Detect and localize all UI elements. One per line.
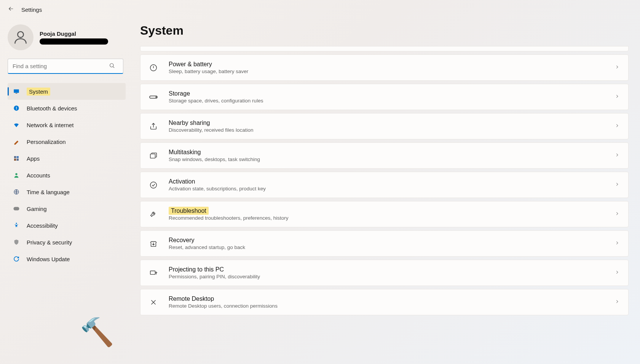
tile-description: Sleep, battery usage, battery saver: [169, 69, 604, 74]
recovery-icon: [149, 239, 158, 248]
svg-rect-7: [14, 159, 16, 161]
sidebar-item-label: Privacy & security: [27, 239, 72, 246]
wrench-icon: [149, 210, 158, 219]
brush-icon: [13, 138, 20, 145]
sidebar: Pooja Duggal SystemBluetooth & devicesNe…: [0, 19, 129, 364]
tile-title: Nearby sharing: [169, 120, 604, 126]
sidebar-item-label: Network & internet: [27, 122, 73, 128]
sidebar-item-apps[interactable]: Apps: [8, 150, 126, 167]
sidebar-item-bluetooth-devices[interactable]: Bluetooth & devices: [8, 100, 126, 117]
svg-rect-2: [14, 89, 19, 93]
power-icon: [149, 63, 158, 72]
chevron-right-icon: [614, 211, 620, 218]
tile-text: ActivationActivation state, subscription…: [169, 178, 604, 192]
sidebar-item-network-internet[interactable]: Network & internet: [8, 117, 126, 133]
tile-troubleshoot[interactable]: TroubleshootRecommended troubleshooters,…: [140, 201, 629, 227]
tile-text: StorageStorage space, drives, configurat…: [169, 90, 604, 104]
project-icon: [149, 268, 158, 278]
window-title: Settings: [21, 6, 42, 13]
shield-icon: [13, 239, 20, 246]
sidebar-item-gaming[interactable]: Gaming: [8, 200, 126, 217]
sidebar-item-system[interactable]: System: [8, 83, 126, 100]
svg-rect-11: [14, 207, 19, 211]
apps-icon: [13, 155, 20, 162]
multitask-icon: [149, 151, 158, 160]
tile-title: Activation: [169, 178, 604, 185]
tile-title: Remote Desktop: [169, 295, 604, 302]
chevron-right-icon: [614, 152, 620, 159]
sidebar-item-label: Bluetooth & devices: [27, 105, 77, 112]
svg-point-0: [18, 32, 23, 37]
chevron-right-icon: [614, 94, 620, 101]
tile-text: Nearby sharingDiscoverability, received …: [169, 120, 604, 133]
tile-projecting-to-this-pc[interactable]: Projecting to this PCPermissions, pairin…: [140, 260, 629, 286]
tile-text: Power & batterySleep, battery usage, bat…: [169, 61, 604, 74]
tile-description: Remote Desktop users, connection permiss…: [169, 303, 604, 309]
sidebar-item-accessibility[interactable]: Accessibility: [8, 217, 126, 234]
svg-point-4: [14, 105, 19, 110]
gamepad-icon: [13, 205, 20, 212]
chevron-right-icon: [614, 123, 620, 130]
chevron-right-icon: [614, 299, 620, 306]
storage-icon: [149, 93, 158, 102]
svg-point-17: [150, 182, 157, 188]
sidebar-item-personalization[interactable]: Personalization: [8, 133, 126, 150]
back-button[interactable]: [8, 5, 14, 14]
search-input[interactable]: [8, 59, 123, 74]
tile-text: RecoveryReset, advanced startup, go back: [169, 237, 604, 250]
tile-remote-desktop[interactable]: Remote DesktopRemote Desktop users, conn…: [140, 289, 629, 315]
chevron-right-icon: [614, 270, 620, 276]
tile-description: Recommended troubleshooters, preferences…: [169, 215, 604, 221]
user-text: Pooja Duggal: [40, 30, 108, 45]
sidebar-item-label: System: [27, 88, 50, 96]
search-icon: [109, 62, 115, 70]
tile-nearby-sharing[interactable]: Nearby sharingDiscoverability, received …: [140, 113, 629, 139]
svg-rect-6: [17, 156, 19, 158]
tile-power-battery[interactable]: Power & batterySleep, battery usage, bat…: [140, 54, 629, 81]
monitor-icon: [13, 88, 20, 95]
hammer-watermark: 🔨: [80, 316, 114, 348]
nav-list: SystemBluetooth & devicesNetwork & inter…: [8, 83, 126, 267]
tile-text: Projecting to this PCPermissions, pairin…: [169, 266, 604, 279]
sidebar-item-privacy-security[interactable]: Privacy & security: [8, 234, 126, 251]
main-content: System Power & batterySleep, battery usa…: [129, 19, 640, 364]
tile-description: Reset, advanced startup, go back: [169, 244, 604, 250]
previous-tile-peek[interactable]: [140, 46, 629, 51]
tile-title: Storage: [169, 90, 604, 97]
share-icon: [149, 122, 158, 131]
tile-description: Storage space, drives, configuration rul…: [169, 98, 604, 104]
svg-rect-18: [150, 271, 155, 274]
update-icon: [13, 255, 20, 262]
page-heading: System: [140, 24, 629, 38]
sidebar-item-label: Personalization: [27, 139, 66, 145]
svg-point-12: [16, 223, 17, 224]
sidebar-item-windows-update[interactable]: Windows Update: [8, 251, 126, 267]
remote-icon: [149, 298, 158, 307]
chevron-right-icon: [614, 182, 620, 188]
tile-activation[interactable]: ActivationActivation state, subscription…: [140, 172, 629, 198]
check-icon: [149, 180, 158, 190]
sidebar-item-label: Apps: [27, 155, 40, 162]
sidebar-item-time-language[interactable]: Time & language: [8, 184, 126, 200]
tile-recovery[interactable]: RecoveryReset, advanced startup, go back: [140, 230, 629, 257]
tile-text: TroubleshootRecommended troubleshooters,…: [169, 208, 604, 221]
tile-description: Activation state, subscriptions, product…: [169, 186, 604, 192]
tiles-container: Power & batterySleep, battery usage, bat…: [140, 54, 629, 315]
svg-rect-16: [150, 154, 155, 158]
tile-title: Troubleshoot: [169, 208, 604, 214]
sidebar-item-label: Accounts: [27, 172, 50, 179]
person-icon: [13, 172, 20, 179]
tile-title: Power & battery: [169, 61, 604, 68]
tile-description: Snap windows, desktops, task switching: [169, 156, 604, 162]
sidebar-item-accounts[interactable]: Accounts: [8, 167, 126, 184]
tile-text: MultitaskingSnap windows, desktops, task…: [169, 149, 604, 162]
svg-point-9: [15, 173, 17, 175]
tile-multitasking[interactable]: MultitaskingSnap windows, desktops, task…: [140, 142, 629, 169]
user-block[interactable]: Pooja Duggal: [8, 24, 126, 50]
globe-icon: [13, 188, 20, 195]
tile-storage[interactable]: StorageStorage space, drives, configurat…: [140, 84, 629, 110]
avatar: [8, 24, 34, 50]
svg-point-15: [156, 97, 156, 97]
wifi-icon: [13, 121, 20, 128]
tile-text: Remote DesktopRemote Desktop users, conn…: [169, 295, 604, 309]
